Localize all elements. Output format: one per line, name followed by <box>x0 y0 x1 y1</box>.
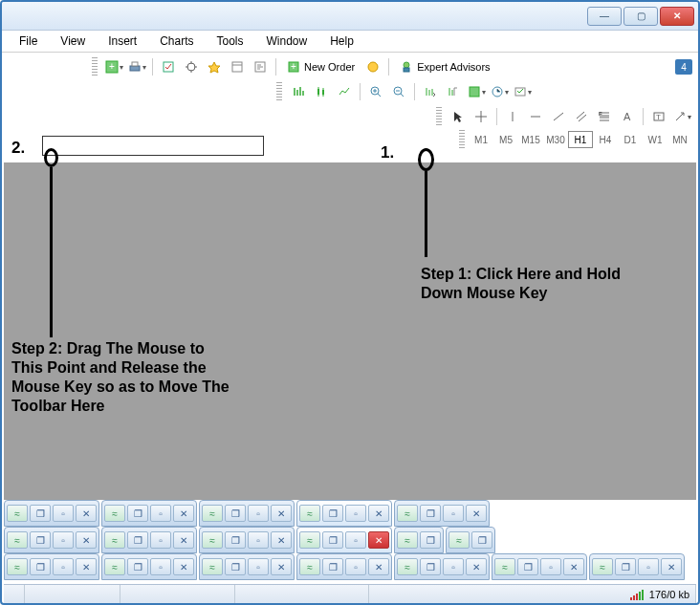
chart-tab-max-button[interactable]: ▫ <box>150 505 171 522</box>
print-button[interactable]: ▾ <box>126 57 147 76</box>
chart-tab-chart-button[interactable]: ≈ <box>299 505 320 522</box>
chart-tab-restore-button[interactable]: ❐ <box>420 505 441 522</box>
menu-charts[interactable]: Charts <box>150 32 203 50</box>
minimize-button[interactable]: — <box>587 7 622 26</box>
candle-chart-button[interactable] <box>311 82 332 101</box>
timeframe-m30[interactable]: M30 <box>543 131 568 148</box>
menu-window[interactable]: Window <box>257 32 317 50</box>
chart-tab-chart-button[interactable]: ≈ <box>7 505 28 522</box>
text-label-button[interactable]: T <box>648 107 669 126</box>
chart-tab-chart-button[interactable]: ≈ <box>202 505 223 522</box>
chart-tab-restore-button[interactable]: ❐ <box>420 531 441 549</box>
timeframe-mn[interactable]: MN <box>667 131 692 148</box>
chart-tab-chart-button[interactable]: ≈ <box>397 531 418 549</box>
toolbar-grip-periods[interactable] <box>459 130 465 149</box>
data-window-button[interactable] <box>227 57 248 76</box>
chart-tab-restore-button[interactable]: ❐ <box>517 558 538 575</box>
chart-window-tab[interactable]: ≈❐ <box>446 527 495 553</box>
chart-tab-chart-button[interactable]: ≈ <box>7 531 28 549</box>
timeframe-w1[interactable]: W1 <box>643 131 667 148</box>
menu-file[interactable]: File <box>10 32 47 50</box>
zoom-out-button[interactable] <box>388 82 409 101</box>
chart-tab-max-button[interactable]: ▫ <box>53 531 74 549</box>
chart-tab-restore-button[interactable]: ❐ <box>225 531 246 549</box>
chart-window-tab[interactable]: ≈❐▫✕ <box>296 500 392 527</box>
chart-tab-close-button[interactable]: ✕ <box>173 505 194 522</box>
chart-window-tab[interactable]: ≈❐▫✕ <box>199 527 295 553</box>
chart-tab-max-button[interactable]: ▫ <box>443 558 464 575</box>
chart-tab-chart-button[interactable]: ≈ <box>104 558 125 575</box>
chart-window-tab[interactable]: ≈❐▫✕ <box>296 527 392 553</box>
chart-tab-chart-button[interactable]: ≈ <box>104 505 125 522</box>
chart-tab-close-button[interactable]: ✕ <box>76 531 97 549</box>
chart-tab-chart-button[interactable]: ≈ <box>104 531 125 549</box>
menu-tools[interactable]: Tools <box>208 32 253 50</box>
chart-tab-max-button[interactable]: ▫ <box>53 505 74 522</box>
chart-tab-max-button[interactable]: ▫ <box>540 558 561 575</box>
toolbar-grip[interactable] <box>276 82 282 101</box>
arrows-button[interactable]: ▾ <box>671 107 692 126</box>
chart-tab-max-button[interactable]: ▫ <box>345 558 366 575</box>
chart-window-tab[interactable]: ≈❐▫✕ <box>4 527 99 553</box>
chart-window-tab[interactable]: ≈❐▫✕ <box>4 500 99 527</box>
horizontal-line-button[interactable] <box>525 107 546 126</box>
chart-tab-chart-button[interactable]: ≈ <box>592 558 613 575</box>
chart-tab-close-button[interactable]: ✕ <box>466 505 487 522</box>
chart-tab-chart-button[interactable]: ≈ <box>397 505 418 522</box>
chart-window-tab[interactable]: ≈❐▫✕ <box>101 553 197 580</box>
chart-tab-close-button[interactable]: ✕ <box>466 558 487 575</box>
timeframe-h4[interactable]: H4 <box>593 131 618 148</box>
cursor-button[interactable] <box>448 107 469 126</box>
timeframe-h1[interactable]: H1 <box>568 131 593 148</box>
auto-scroll-button[interactable] <box>420 82 441 101</box>
line-chart-button[interactable] <box>334 82 355 101</box>
trendline-button[interactable] <box>548 107 569 126</box>
fibonacci-button[interactable]: F <box>594 107 615 126</box>
timeframe-m1[interactable]: M1 <box>469 131 493 148</box>
equidistant-channel-button[interactable] <box>571 107 592 126</box>
chart-tab-restore-button[interactable]: ❐ <box>471 531 492 549</box>
chart-window-tab[interactable]: ≈❐▫✕ <box>199 500 295 527</box>
chart-tab-max-button[interactable]: ▫ <box>248 531 269 549</box>
chart-tab-close-button[interactable]: ✕ <box>368 558 389 575</box>
chart-tab-max-button[interactable]: ▫ <box>443 505 464 522</box>
chart-tab-chart-button[interactable]: ≈ <box>202 558 223 575</box>
chart-tab-close-button[interactable]: ✕ <box>271 558 292 575</box>
chart-tab-restore-button[interactable]: ❐ <box>30 531 51 549</box>
chart-tab-chart-button[interactable]: ≈ <box>299 558 320 575</box>
chart-tab-close-button[interactable]: ✕ <box>76 558 97 575</box>
chart-tab-close-button[interactable]: ✕ <box>173 531 194 549</box>
crosshair-tool-button[interactable] <box>470 107 492 126</box>
chart-tab-restore-button[interactable]: ❐ <box>322 558 343 575</box>
chart-window-tab[interactable]: ≈❐▫✕ <box>101 527 197 553</box>
close-button[interactable]: ✕ <box>660 7 694 26</box>
expert-advisors-button[interactable]: Expert Advisors <box>394 57 495 76</box>
chart-tab-chart-button[interactable]: ≈ <box>494 558 515 575</box>
new-chart-button[interactable]: +▾ <box>103 57 124 76</box>
market-watch-button[interactable] <box>204 57 225 76</box>
chart-tab-restore-button[interactable]: ❐ <box>225 558 246 575</box>
timeframe-d1[interactable]: D1 <box>618 131 643 148</box>
chart-tab-chart-button[interactable]: ≈ <box>448 531 470 549</box>
chart-tab-close-button[interactable]: ✕ <box>661 558 682 575</box>
chart-window-tab[interactable]: ≈❐▫✕ <box>4 553 99 580</box>
meta-editor-button[interactable] <box>362 57 383 76</box>
chart-tab-max-button[interactable]: ▫ <box>345 531 366 549</box>
toolbar-grip[interactable] <box>436 107 442 126</box>
chart-tab-chart-button[interactable]: ≈ <box>299 531 320 549</box>
menu-view[interactable]: View <box>51 32 95 50</box>
chart-tab-max-button[interactable]: ▫ <box>248 558 269 575</box>
profiles-button[interactable] <box>158 57 179 76</box>
chart-tab-close-button[interactable]: ✕ <box>271 505 292 522</box>
chart-tab-restore-button[interactable]: ❐ <box>30 558 51 575</box>
chart-window-tab[interactable]: ≈❐▫✕ <box>296 553 392 580</box>
indicators-button[interactable]: ▾ <box>466 82 487 101</box>
chart-tab-restore-button[interactable]: ❐ <box>420 558 441 575</box>
chart-tab-max-button[interactable]: ▫ <box>150 531 171 549</box>
chart-tab-restore-button[interactable]: ❐ <box>127 531 148 549</box>
menu-help[interactable]: Help <box>320 32 363 50</box>
chart-tab-restore-button[interactable]: ❐ <box>322 531 343 549</box>
chart-window-tab[interactable]: ≈❐▫✕ <box>589 553 685 580</box>
chart-window-tab[interactable]: ≈❐▫✕ <box>394 553 490 580</box>
maximize-button[interactable]: ▢ <box>623 7 658 26</box>
